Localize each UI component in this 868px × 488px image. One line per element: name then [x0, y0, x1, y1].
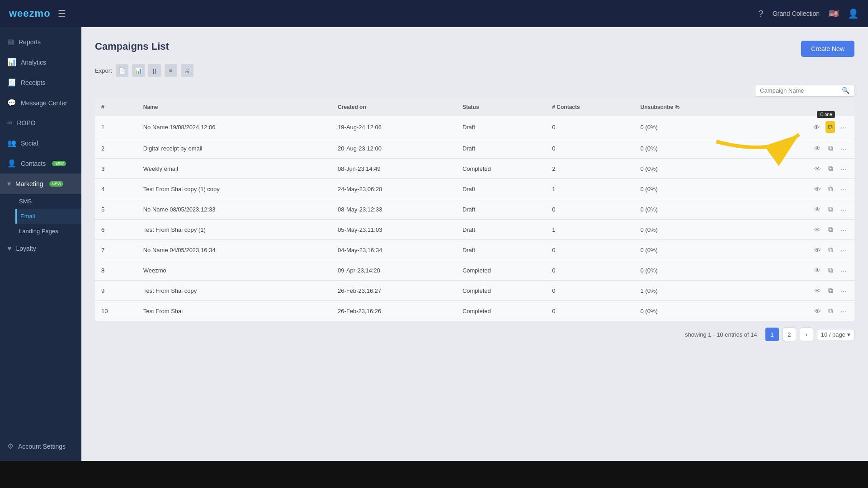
sidebar-item-marketing[interactable]: ▾ Marketing NEW [0, 174, 81, 194]
cell-name: Test From Shai copy (1) [137, 220, 331, 240]
view-button[interactable]: 👁 [812, 306, 823, 316]
cell-actions: 👁 ⧉ ··· [747, 260, 854, 281]
cell-status: Draft [456, 116, 546, 138]
per-page-select[interactable]: 10 / page ▾ [817, 329, 854, 340]
sidebar-subitem-sms[interactable]: SMS [19, 194, 81, 209]
cell-name: Weekly email [137, 159, 331, 179]
col-contacts: # Contacts [546, 99, 634, 116]
table-row: 2 Digital receipt by email 20-Aug-23,12:… [95, 138, 854, 159]
pagination-info: showing 1 - 10 entries of 14 [685, 331, 757, 338]
sidebar-subitem-email[interactable]: Email [15, 209, 81, 224]
sidebar-item-analytics[interactable]: 📊 Analytics [0, 52, 81, 72]
pagination-page-1[interactable]: 1 [765, 328, 779, 341]
row-actions: 👁 ⧉ ··· [754, 225, 848, 235]
cell-created: 24-May-23,06:28 [331, 179, 456, 199]
view-button[interactable]: 👁 [812, 205, 823, 214]
contacts-badge: NEW [52, 161, 66, 166]
col-name: Name [137, 99, 331, 116]
hamburger-menu[interactable]: ☰ [58, 8, 66, 19]
view-button[interactable]: 👁 [812, 266, 823, 275]
view-button[interactable]: 👁 [812, 225, 823, 235]
cell-actions: 👁 ⧉ ··· [747, 220, 854, 240]
more-button[interactable]: ··· [839, 306, 848, 316]
row-actions: 👁 ⧉ ··· [754, 164, 848, 174]
more-button[interactable]: ··· [839, 184, 848, 194]
cell-created: 05-May-23,11:03 [331, 220, 456, 240]
more-button[interactable]: ··· [839, 245, 848, 255]
sidebar: ▦ Reports 📊 Analytics 🧾 Receipts 💬 Messa… [0, 27, 81, 461]
cell-created: 08-May-23,12:33 [331, 199, 456, 220]
sidebar-item-loyalty[interactable]: ♥ Loyalty [0, 239, 81, 258]
cell-contacts: 0 [546, 281, 634, 301]
more-button[interactable]: ··· [839, 144, 848, 153]
clone-button[interactable]: ⧉ [826, 121, 835, 133]
cell-num: 6 [95, 220, 137, 240]
search-input[interactable] [760, 87, 839, 94]
clone-cell: Clone ⧉ [826, 121, 835, 133]
clone-tooltip: Clone [817, 111, 835, 118]
col-unsubscribe: Unsubscribe % [634, 99, 747, 116]
view-button[interactable]: 👁 [812, 164, 823, 174]
more-button[interactable]: ··· [839, 164, 848, 174]
view-button[interactable]: 👁 [812, 286, 823, 296]
clone-button[interactable]: ⧉ [826, 306, 835, 316]
pagination-next[interactable]: › [800, 328, 813, 341]
pagination-page-2[interactable]: 2 [783, 328, 796, 341]
sidebar-item-reports[interactable]: ▦ Reports [0, 32, 81, 52]
more-button[interactable]: ··· [839, 286, 848, 296]
settings-icon: ⚙ [7, 442, 14, 450]
create-new-button[interactable]: Create New [801, 41, 854, 57]
cell-unsubscribe: 1 (0%) [634, 281, 747, 301]
sidebar-item-ropo[interactable]: ∞ ROPO [0, 113, 81, 133]
table-container: # Name Created on Status # Contacts Unsu… [95, 99, 854, 321]
view-button[interactable]: 👁 [811, 122, 822, 132]
export-csv-icon[interactable]: ≡ [165, 64, 177, 77]
clone-button[interactable]: ⧉ [826, 265, 835, 275]
clone-button[interactable]: ⧉ [826, 204, 835, 214]
export-print-icon[interactable]: 🖨 [181, 64, 193, 77]
view-button[interactable]: 👁 [812, 245, 823, 255]
clone-cell: ⧉ [826, 306, 835, 316]
cell-name: No Name 04/05/2023,16:34 [137, 240, 331, 260]
cell-num: 1 [95, 116, 137, 138]
cell-unsubscribe: 0 (0%) [634, 159, 747, 179]
sidebar-item-contacts[interactable]: 👤 Contacts NEW [0, 153, 81, 174]
table-row: 6 Test From Shai copy (1) 05-May-23,11:0… [95, 220, 854, 240]
cell-created: 26-Feb-23,16:26 [331, 301, 456, 321]
view-button[interactable]: 👁 [812, 144, 823, 153]
sidebar-item-label: ROPO [17, 119, 35, 127]
sidebar-subitem-landing-pages[interactable]: Landing Pages [19, 224, 81, 239]
more-button[interactable]: ··· [839, 266, 848, 275]
cell-name: No Name 08/05/2023,12:33 [137, 199, 331, 220]
cell-unsubscribe: 0 (0%) [634, 116, 747, 138]
export-bar: Export 📄 📊 {} ≡ 🖨 [95, 64, 854, 77]
sidebar-item-label: Reports [19, 38, 41, 46]
sidebar-item-account-settings[interactable]: ⚙ Account Settings [0, 436, 81, 456]
cell-unsubscribe: 0 (0%) [634, 179, 747, 199]
view-button[interactable]: 👁 [812, 184, 823, 194]
clone-button[interactable]: ⧉ [826, 164, 835, 174]
clone-button[interactable]: ⧉ [826, 184, 835, 194]
col-num: # [95, 99, 137, 116]
clone-button[interactable]: ⧉ [826, 286, 835, 296]
table-header-row: # Name Created on Status # Contacts Unsu… [95, 99, 854, 116]
help-icon[interactable]: ? [759, 9, 764, 19]
more-button[interactable]: ··· [839, 225, 848, 235]
more-button[interactable]: ··· [839, 205, 848, 214]
clone-cell: ⧉ [826, 225, 835, 235]
export-xls-icon[interactable]: 📊 [132, 64, 145, 77]
cell-unsubscribe: 0 (0%) [634, 220, 747, 240]
clone-button[interactable]: ⧉ [826, 143, 835, 153]
sidebar-item-message-center[interactable]: 💬 Message Center [0, 93, 81, 113]
export-json-icon[interactable]: {} [148, 64, 161, 77]
clone-button[interactable]: ⧉ [826, 225, 835, 235]
row-actions: 👁 ⧉ ··· [754, 286, 848, 296]
clone-button[interactable]: ⧉ [826, 245, 835, 255]
export-pdf-icon[interactable]: 📄 [116, 64, 128, 77]
sidebar-item-receipts[interactable]: 🧾 Receipts [0, 72, 81, 93]
more-button[interactable]: ··· [839, 122, 848, 132]
cell-num: 8 [95, 260, 137, 281]
sidebar-item-social[interactable]: 👥 Social [0, 133, 81, 153]
user-icon[interactable]: 👤 [848, 8, 859, 19]
social-icon: 👥 [7, 139, 16, 147]
